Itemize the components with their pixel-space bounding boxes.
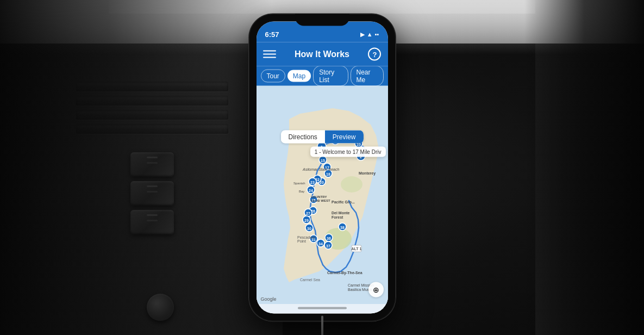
svg-text:37: 37 [326,244,330,248]
phone-notch [295,14,349,26]
tab-preview[interactable]: Preview [325,131,364,144]
control-button [130,152,174,177]
dashboard-panel-right [535,0,644,335]
tab-map[interactable]: Map [287,70,311,82]
location-icon: ▶ [360,30,365,38]
svg-text:Spanish: Spanish [293,182,305,185]
help-button[interactable]: ? [368,48,381,61]
battery-icon: ▪▪ [375,31,379,38]
map-attribution: Google [261,296,277,302]
control-button [130,181,174,206]
vent-slat [76,110,228,120]
svg-text:Monterey: Monterey [359,171,376,176]
map-svg: 1 10 11 13 14 [257,66,388,314]
control-button [130,210,174,234]
svg-text:29: 29 [304,219,309,222]
svg-text:Carmel-By-The-Sea: Carmel-By-The-Sea [327,271,362,275]
svg-text:15: 15 [321,159,325,163]
svg-text:ALT 1: ALT 1 [351,247,361,251]
svg-text:Pescadero: Pescadero [297,235,316,239]
map-area: 1 10 11 13 14 [257,66,388,314]
dashboard-panel-left [0,0,283,335]
tab-story-list[interactable]: Story List [313,66,348,86]
charging-cable [321,316,323,336]
phone-shell: 1 10 11 13 14 [249,14,396,321]
compass-icon[interactable]: ⊕ [368,282,384,297]
phone-screen: 1 10 11 13 14 [257,22,388,314]
main-tabs: Tour Map Story List Near Me [257,66,388,86]
round-control-button [147,294,174,321]
home-indicator [298,307,347,309]
vent-slat [76,82,228,91]
wifi-icon: ▲ [367,31,373,38]
light-strip [109,0,535,14]
svg-text:Point: Point [297,239,306,243]
svg-text:34: 34 [318,242,323,246]
nav-title: How It Works [295,49,349,59]
vent-slat [76,96,228,106]
svg-text:Forest: Forest [332,215,343,219]
svg-text:24: 24 [309,189,313,193]
tab-directions[interactable]: Directions [280,131,324,144]
tab-near-me[interactable]: Near Me [351,66,384,86]
svg-text:18: 18 [326,172,330,176]
tab-tour[interactable]: Tour [261,70,285,83]
svg-text:Asilomar State Beach: Asilomar State Beach [302,167,339,171]
svg-text:36: 36 [327,237,331,240]
svg-text:Del Monte: Del Monte [332,211,350,215]
nav-bar: How It Works ? [257,42,388,66]
map-tooltip: 1 - Welcome to 17 Mile Driv [310,147,386,157]
svg-text:Bay: Bay [299,190,304,193]
svg-text:38: 38 [340,226,345,229]
svg-text:23: 23 [310,181,315,184]
vent-slat [76,124,228,134]
phone-device: 1 10 11 13 14 [249,14,396,321]
status-time: 6:57 [265,30,279,38]
svg-text:30: 30 [307,227,311,231]
sub-tabs-container: Directions Preview [280,131,363,144]
svg-text:Pacific Gro...: Pacific Gro... [332,200,355,204]
svg-point-2 [341,176,362,193]
svg-text:Carmel Sea: Carmel Sea [300,278,320,282]
svg-text:COUNTRY: COUNTRY [311,195,327,198]
svg-text:27: 27 [306,212,310,215]
status-icons: ▶ ▲ ▪▪ [360,30,379,38]
svg-text:CLUB WEST: CLUB WEST [311,199,330,202]
control-buttons-group [130,152,174,234]
menu-icon[interactable] [263,48,276,61]
